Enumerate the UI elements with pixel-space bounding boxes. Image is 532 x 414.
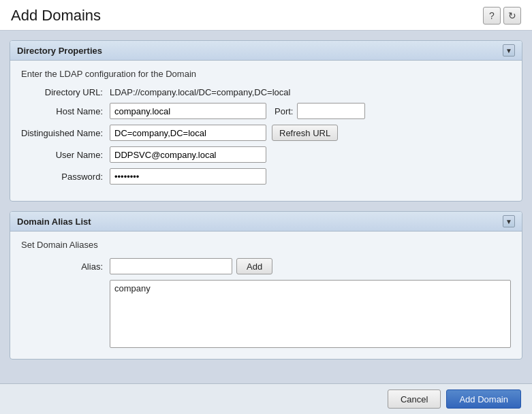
password-label: Password: xyxy=(21,172,110,182)
directory-properties-panel: Directory Properties ▼ Enter the LDAP co… xyxy=(10,40,522,202)
host-name-label: Host Name: xyxy=(21,106,110,116)
directory-properties-description: Enter the LDAP configuration for the Dom… xyxy=(21,69,511,79)
distinguished-name-label: Distinguished Name: xyxy=(21,128,110,138)
domain-alias-collapse-btn[interactable]: ▼ xyxy=(503,215,515,227)
host-name-input[interactable] xyxy=(110,103,266,119)
port-label: Port: xyxy=(275,106,293,116)
distinguished-name-input[interactable] xyxy=(110,125,266,141)
host-name-row: Host Name: Port: xyxy=(21,103,511,119)
directory-url-label: Directory URL: xyxy=(21,87,110,97)
refresh-url-button[interactable]: Refresh URL xyxy=(272,125,338,141)
password-input[interactable] xyxy=(110,168,266,185)
directory-properties-title: Directory Properties xyxy=(17,46,102,56)
directory-properties-collapse-btn[interactable]: ▼ xyxy=(503,44,515,57)
alias-input[interactable] xyxy=(110,258,232,274)
alias-label: Alias: xyxy=(21,261,110,272)
cancel-button[interactable]: Cancel xyxy=(388,389,441,409)
help-icon[interactable]: ? xyxy=(483,7,501,25)
alias-list: company xyxy=(110,280,511,348)
directory-properties-header: Directory Properties ▼ xyxy=(10,41,522,61)
page-header: Add Domains ? ↻ xyxy=(0,0,532,31)
alias-row: Alias: Add xyxy=(21,258,511,274)
domain-alias-header: Domain Alias List ▼ xyxy=(10,212,522,232)
distinguished-name-row: Distinguished Name: Refresh URL xyxy=(21,125,511,141)
domain-alias-body: Set Domain Aliases Alias: Add company xyxy=(10,232,522,359)
footer: Cancel Add Domain xyxy=(0,383,532,414)
domain-alias-title: Domain Alias List xyxy=(17,217,91,227)
user-name-row: User Name: xyxy=(21,146,511,163)
directory-properties-body: Enter the LDAP configuration for the Dom… xyxy=(10,61,522,201)
refresh-icon[interactable]: ↻ xyxy=(503,7,521,25)
directory-url-value: LDAP://company.local/DC=company,DC=local xyxy=(110,87,290,97)
add-alias-button[interactable]: Add xyxy=(236,258,272,274)
directory-url-row: Directory URL: LDAP://company.local/DC=c… xyxy=(21,87,511,97)
user-name-label: User Name: xyxy=(21,150,110,160)
port-input[interactable] xyxy=(297,103,365,119)
page-title: Add Domains xyxy=(11,7,101,25)
user-name-input[interactable] xyxy=(110,146,266,163)
domain-alias-description: Set Domain Aliases xyxy=(21,240,511,250)
password-row: Password: xyxy=(21,168,511,185)
main-content: Directory Properties ▼ Enter the LDAP co… xyxy=(0,31,532,383)
domain-alias-panel: Domain Alias List ▼ Set Domain Aliases A… xyxy=(10,211,522,360)
header-icons: ? ↻ xyxy=(483,7,521,25)
add-domain-button[interactable]: Add Domain xyxy=(446,389,521,409)
alias-list-item: company xyxy=(114,283,506,293)
